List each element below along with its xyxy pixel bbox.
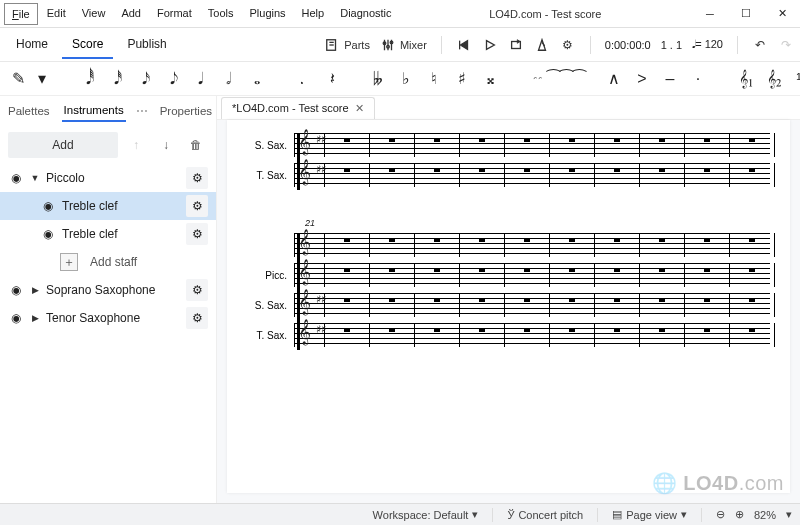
visibility-icon[interactable]: ◉: [40, 199, 56, 213]
zoom-out-icon[interactable]: ⊖: [716, 508, 725, 521]
menu-edit[interactable]: Edit: [40, 3, 73, 25]
staff[interactable]: 𝄞: [294, 263, 770, 287]
loop-icon[interactable]: [508, 37, 524, 53]
note-16[interactable]: 𝅘𝅥𝅯: [134, 70, 150, 88]
instrument-label: Piccolo: [46, 171, 180, 185]
voice2-icon[interactable]: 𝄞₂: [766, 70, 782, 88]
note-half[interactable]: 𝅗𝅥: [218, 70, 234, 88]
menu-plugins[interactable]: Plugins: [242, 3, 292, 25]
gear-icon[interactable]: ⚙: [186, 279, 208, 301]
tab-publish[interactable]: Publish: [117, 31, 176, 59]
acc-flat[interactable]: ♭: [398, 69, 414, 88]
staff-name: Picc.: [239, 270, 294, 281]
expand-icon[interactable]: ▶: [30, 313, 40, 323]
staff[interactable]: 𝄞♯♯: [294, 163, 770, 187]
view-mode-selector[interactable]: ▤ Page view ▾: [612, 508, 687, 521]
menu-file[interactable]: File: [4, 3, 38, 25]
staff-label: Treble clef: [62, 199, 180, 213]
staff-row: T. Sax.𝄞♯♯: [302, 320, 770, 350]
gear-icon[interactable]: ⚙: [186, 195, 208, 217]
note-whole[interactable]: 𝅝: [246, 70, 262, 88]
maximize-button[interactable]: ☐: [728, 0, 764, 28]
staff-treble-1[interactable]: ◉ Treble clef ⚙: [0, 192, 216, 220]
visibility-icon[interactable]: ◉: [8, 283, 24, 297]
pencil-icon[interactable]: ✎: [10, 69, 26, 88]
add-instrument-button[interactable]: Add: [8, 132, 118, 158]
undo-icon[interactable]: ↶: [752, 37, 768, 53]
menu-help[interactable]: Help: [295, 3, 332, 25]
voice3-icon[interactable]: ¹₁: [794, 69, 800, 88]
tab-palettes[interactable]: Palettes: [6, 101, 52, 121]
rewind-icon[interactable]: [456, 37, 472, 53]
gear-icon[interactable]: ⚙: [186, 167, 208, 189]
staff-name: T. Sax.: [239, 170, 294, 181]
score-page[interactable]: S. Sax.𝄞♯♯T. Sax.𝄞♯♯ 21 𝄞Picc.𝄞S. Sax.𝄞♯…: [227, 120, 790, 493]
bar-number: 21: [305, 218, 315, 228]
move-up-icon[interactable]: ↑: [124, 133, 148, 157]
menu-view[interactable]: View: [75, 3, 113, 25]
play-icon[interactable]: [482, 37, 498, 53]
slur-icon[interactable]: ⁀⁀⁀: [558, 69, 574, 88]
staff[interactable]: 𝄞♯♯: [294, 133, 770, 157]
add-staff-button[interactable]: ＋ Add staff: [0, 248, 216, 276]
zoom-in-icon[interactable]: ⊕: [735, 508, 744, 521]
delete-icon[interactable]: 🗑: [184, 133, 208, 157]
menu-add[interactable]: Add: [114, 3, 148, 25]
staff[interactable]: 𝄞♯♯: [294, 323, 770, 347]
zoom-value[interactable]: 82%: [754, 509, 776, 521]
instrument-tenor-sax[interactable]: ◉ ▶ Tenor Saxophone ⚙: [0, 304, 216, 332]
parts-button[interactable]: Parts: [324, 37, 370, 53]
visibility-icon[interactable]: ◉: [8, 311, 24, 325]
window-title: LO4D.com - Test score: [399, 8, 692, 20]
document-tab[interactable]: *LO4D.com - Test score ✕: [221, 97, 375, 119]
acc-sharp[interactable]: ♯: [454, 69, 470, 88]
note-32[interactable]: 𝅘𝅥𝅰: [106, 70, 122, 88]
staff-treble-2[interactable]: ◉ Treble clef ⚙: [0, 220, 216, 248]
menu-bar: File Edit View Add Format Tools Plugins …: [0, 3, 399, 25]
menu-diagnostic[interactable]: Diagnostic: [333, 3, 398, 25]
metronome-icon[interactable]: [534, 37, 550, 53]
note-rest[interactable]: 𝄽: [322, 70, 338, 88]
visibility-icon[interactable]: ◉: [40, 227, 56, 241]
tie-icon[interactable]: 𝆣𝆣: [530, 70, 546, 88]
staccato-icon[interactable]: ·: [690, 70, 706, 88]
mixer-button[interactable]: Mixer: [380, 37, 427, 53]
minimize-button[interactable]: ─: [692, 0, 728, 28]
system-2: 21 𝄞Picc.𝄞S. Sax.𝄞♯♯T. Sax.𝄞♯♯: [302, 230, 770, 350]
note-quarter[interactable]: 𝅘𝅥: [190, 70, 206, 88]
note-64[interactable]: 𝅘𝅥𝅱: [78, 70, 94, 88]
tab-properties[interactable]: Properties: [158, 101, 214, 121]
tenuto-icon[interactable]: –: [662, 70, 678, 88]
acc-dsharp[interactable]: 𝄪: [482, 70, 498, 88]
settings-icon[interactable]: ⚙: [560, 37, 576, 53]
note-8[interactable]: 𝅘𝅥𝅮: [162, 70, 178, 88]
tab-instruments[interactable]: Instruments: [62, 100, 126, 122]
move-down-icon[interactable]: ↓: [154, 133, 178, 157]
redo-icon[interactable]: ↷: [778, 37, 794, 53]
tab-home[interactable]: Home: [6, 31, 58, 59]
note-dot[interactable]: 𝅭.: [294, 70, 310, 88]
marcato-icon[interactable]: ∧: [606, 69, 622, 88]
menu-format[interactable]: Format: [150, 3, 199, 25]
accent-icon[interactable]: >: [634, 70, 650, 88]
gear-icon[interactable]: ⚙: [186, 307, 208, 329]
expand-icon[interactable]: ▶: [30, 285, 40, 295]
close-button[interactable]: ✕: [764, 0, 800, 28]
tuning-fork-icon: Ў: [507, 509, 514, 521]
acc-natural[interactable]: ♮: [426, 69, 442, 88]
staff[interactable]: 𝄞: [294, 233, 770, 257]
instrument-piccolo[interactable]: ◉ ▼ Piccolo ⚙: [0, 164, 216, 192]
visibility-icon[interactable]: ◉: [8, 171, 24, 185]
staff[interactable]: 𝄞♯♯: [294, 293, 770, 317]
instrument-soprano-sax[interactable]: ◉ ▶ Soprano Saxophone ⚙: [0, 276, 216, 304]
workspace-selector[interactable]: Workspace: Default ▾: [373, 508, 479, 521]
more-tabs-icon[interactable]: ⋯: [136, 104, 148, 118]
tab-score[interactable]: Score: [62, 31, 113, 59]
gear-icon[interactable]: ⚙: [186, 223, 208, 245]
voice1-icon[interactable]: 𝄞₁: [738, 70, 754, 88]
concert-pitch-toggle[interactable]: Ў Concert pitch: [507, 509, 583, 521]
close-tab-icon[interactable]: ✕: [355, 102, 364, 115]
acc-dflat[interactable]: 𝄫: [370, 70, 386, 88]
menu-tools[interactable]: Tools: [201, 3, 241, 25]
expand-icon[interactable]: ▼: [30, 173, 40, 183]
